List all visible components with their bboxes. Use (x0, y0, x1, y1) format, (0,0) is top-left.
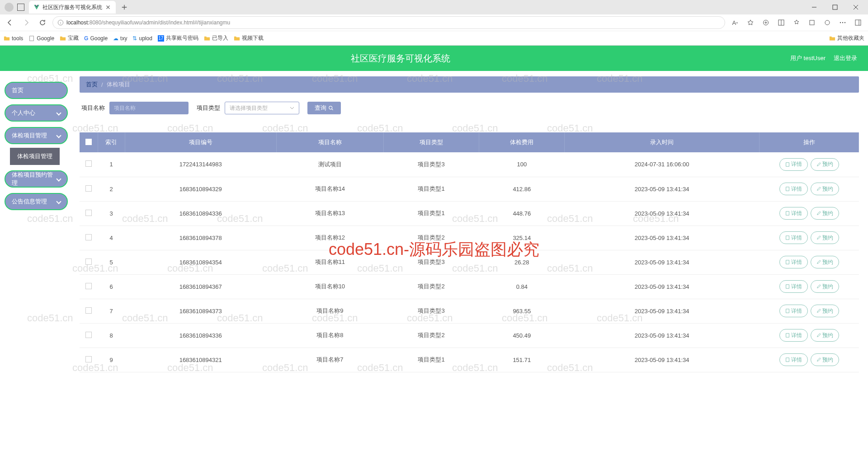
edit-icon (816, 309, 821, 313)
cell-code: 1683610894367 (125, 274, 276, 299)
select-all-checkbox[interactable] (85, 139, 92, 145)
col-code: 项目编号 (125, 132, 276, 152)
row-checkbox[interactable] (85, 234, 92, 240)
sidebar-home[interactable]: 首页 (5, 82, 68, 99)
svg-rect-10 (30, 36, 34, 41)
query-button[interactable]: 查询 (307, 102, 341, 114)
search-name-label: 项目名称 (81, 104, 105, 112)
doc-icon (785, 309, 790, 313)
breadcrumb-home[interactable]: 首页 (86, 80, 98, 89)
detail-button[interactable]: 详情 (779, 231, 808, 244)
favorites-bar-icon[interactable] (790, 16, 803, 29)
minimize-button[interactable] (804, 0, 825, 14)
search-type-select[interactable]: 请选择项目类型 (225, 102, 299, 114)
row-checkbox[interactable] (85, 356, 92, 362)
cell-fee: 151.71 (479, 348, 565, 372)
bookmark-item[interactable]: ☁txy (113, 35, 127, 42)
extensions-icon[interactable] (806, 16, 818, 29)
edit-icon (816, 284, 821, 289)
other-bookmarks[interactable]: 其他收藏夹 (829, 34, 864, 42)
svg-point-6 (840, 22, 841, 23)
bookmark-item[interactable]: 已导入 (204, 34, 228, 42)
link-icon: ⇅ (132, 35, 137, 42)
split-icon[interactable] (775, 16, 788, 29)
profile-avatar[interactable] (5, 3, 14, 12)
detail-button[interactable]: 详情 (779, 329, 808, 342)
book-button[interactable]: 预约 (811, 280, 839, 293)
sidebar-toggle-icon[interactable] (852, 16, 864, 29)
detail-button[interactable]: 详情 (779, 305, 808, 317)
table-row: 41683610894378项目名称12项目类型2325.142023-05-0… (80, 226, 859, 250)
close-icon[interactable] (105, 4, 111, 10)
bookmark-item[interactable]: GGoogle (84, 35, 108, 42)
book-button[interactable]: 预约 (811, 353, 839, 366)
sidebar-item-booking[interactable]: 体检项目预约管理 (5, 170, 68, 188)
cell-time: 2024-07-31 16:06:00 (565, 152, 760, 177)
cell-actions: 详情预约 (760, 152, 859, 177)
refresh-button[interactable] (36, 16, 49, 29)
bookmark-item[interactable]: 视频下载 (234, 34, 264, 42)
new-tab-button[interactable] (118, 1, 130, 13)
table-row: 81683610894336项目名称8项目类型2450.492023-05-09… (80, 323, 859, 348)
detail-button[interactable]: 详情 (779, 183, 808, 195)
collections-icon[interactable] (760, 16, 772, 29)
cell-name: 项目名称7 (276, 348, 383, 372)
breadcrumb-sep: / (101, 81, 103, 88)
svg-rect-9 (855, 20, 861, 25)
cell-name: 项目名称11 (276, 250, 383, 274)
book-button[interactable]: 预约 (811, 158, 839, 171)
sidebar-subitem-exam[interactable]: 体检项目管理 (10, 148, 60, 165)
svg-point-11 (329, 106, 332, 109)
row-checkbox[interactable] (85, 210, 92, 216)
cell-time: 2023-05-09 13:41:34 (565, 250, 760, 274)
more-icon[interactable] (836, 16, 849, 29)
close-window-button[interactable] (845, 0, 866, 14)
row-checkbox[interactable] (85, 185, 92, 192)
doc-icon (785, 284, 790, 289)
detail-button[interactable]: 详情 (779, 353, 808, 366)
performance-icon[interactable] (821, 16, 834, 29)
search-name-input[interactable] (109, 102, 189, 114)
maximize-button[interactable] (825, 0, 845, 14)
bookmark-item[interactable]: 17共享账号密码 (158, 34, 198, 42)
browser-tab[interactable]: 社区医疗服务可视化系统 (29, 1, 116, 14)
cell-index: 5 (98, 250, 125, 274)
chevron-down-icon (290, 106, 294, 110)
favorite-icon[interactable] (744, 16, 757, 29)
workspace-icon[interactable] (17, 4, 24, 11)
detail-button[interactable]: 详情 (779, 256, 808, 268)
cell-index: 8 (98, 323, 125, 348)
sidebar: 首页 个人中心 体检项目管理 体检项目管理 体检项目预约管理 公告信息管理 (0, 71, 72, 470)
sidebar-item-notice[interactable]: 公告信息管理 (5, 193, 68, 210)
bookmark-item[interactable]: 宝藏 (60, 34, 79, 42)
url-input[interactable]: localhost:8080/shequyiliaofuwu/admin/dis… (52, 16, 725, 29)
logout-link[interactable]: 退出登录 (834, 54, 857, 62)
bookmark-item[interactable]: ⇅uplod (132, 35, 152, 42)
book-button[interactable]: 预约 (811, 231, 839, 244)
detail-button[interactable]: 详情 (779, 280, 808, 293)
svg-rect-14 (786, 212, 789, 215)
bookmark-item[interactable]: Google (28, 35, 54, 42)
detail-button[interactable]: 详情 (779, 207, 808, 220)
bookmark-item[interactable]: tools (4, 35, 23, 42)
row-checkbox[interactable] (85, 332, 92, 338)
row-checkbox[interactable] (85, 258, 92, 265)
forward-button[interactable] (20, 16, 33, 29)
cell-name: 项目名称8 (276, 323, 383, 348)
book-button[interactable]: 预约 (811, 183, 839, 195)
book-button[interactable]: 预约 (811, 207, 839, 220)
chevron-down-icon (56, 110, 61, 115)
row-checkbox[interactable] (85, 283, 92, 289)
book-button[interactable]: 预约 (811, 256, 839, 268)
book-button[interactable]: 预约 (811, 305, 839, 317)
back-button[interactable] (4, 16, 16, 29)
row-checkbox[interactable] (85, 307, 92, 314)
edit-icon (816, 162, 821, 167)
sidebar-item-profile[interactable]: 个人中心 (5, 104, 68, 122)
read-aloud-icon[interactable]: A» (729, 16, 741, 29)
book-button[interactable]: 预约 (811, 329, 839, 342)
row-checkbox[interactable] (85, 160, 92, 167)
detail-button[interactable]: 详情 (779, 158, 808, 171)
app-header: 社区医疗服务可视化系统 用户 testUser 退出登录 (0, 46, 868, 71)
sidebar-item-exam[interactable]: 体检项目管理 (5, 127, 68, 144)
